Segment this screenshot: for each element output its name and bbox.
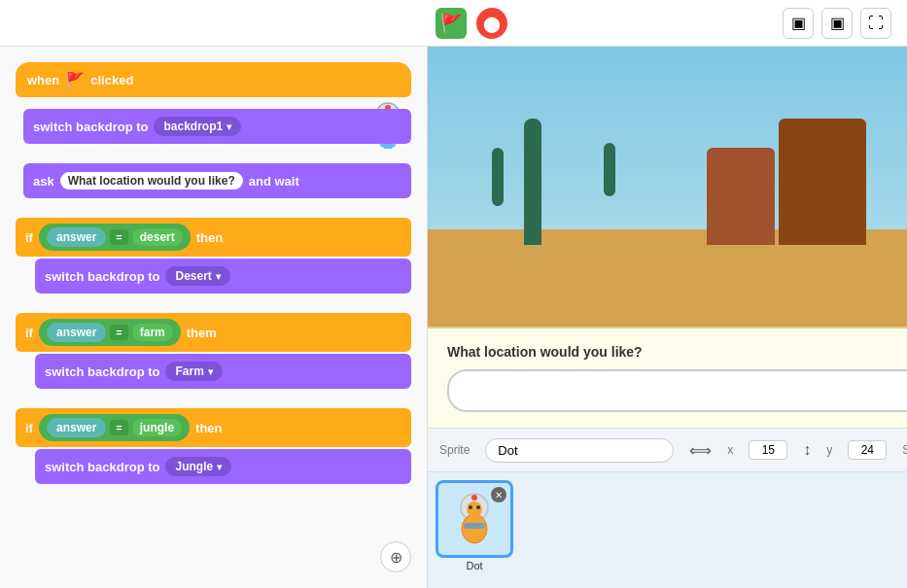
sprites-panel: ✕ Dot (428, 472, 907, 588)
clicked-label: clicked (90, 73, 133, 87)
condition-3: answer = jungle (39, 414, 190, 441)
dropdown-chevron-3: ▾ (208, 366, 213, 377)
fullscreen-button[interactable]: ⛶ (860, 8, 891, 39)
stage-panel: What location would you like? ✓ Sprite ⟺… (428, 47, 907, 588)
show-label: Show (902, 443, 907, 457)
sprite-info-bar: Sprite ⟺ x 15 ↕ y 24 Show 👁 🚫 Size 100 D… (428, 428, 907, 471)
dropdown-chevron-1: ▾ (227, 121, 231, 132)
equals-3: = (110, 420, 127, 435)
then-label-2: them (187, 326, 217, 340)
svg-point-30 (476, 505, 480, 509)
y-label: y (826, 443, 832, 457)
switch-backdrop-label-1: switch backdrop to (33, 120, 148, 134)
ask-question-input: What location would you like? (60, 172, 243, 190)
condition-2: answer = farm (39, 319, 181, 346)
ask-label: ask (33, 174, 54, 189)
equals-1: = (110, 229, 127, 245)
backdrop1-dropdown[interactable]: backdrop1 ▾ (154, 117, 241, 136)
svg-rect-27 (464, 523, 485, 529)
answer-label-3: answer (47, 418, 106, 437)
red-stop-button[interactable]: ⬤ (476, 8, 507, 39)
switch-backdrop-label-4: switch backdrop to (45, 460, 159, 474)
green-flag-icon: 🚩 (440, 13, 462, 34)
sprite-name-input[interactable] (485, 438, 674, 463)
then-label-3: then (195, 421, 222, 435)
zoom-button[interactable]: ⊕ (380, 541, 411, 572)
if-block-3[interactable]: if answer = jungle then (16, 408, 411, 447)
desert-value: desert (132, 228, 183, 246)
answer-label-1: answer (47, 227, 106, 247)
question-input[interactable] (461, 383, 907, 398)
switch-backdrop-farm[interactable]: switch backdrop to Farm ▾ (35, 354, 411, 389)
sprite-name-label: Dot (436, 560, 513, 571)
sprite-x-button[interactable]: ✕ (491, 487, 506, 502)
switch-backdrop-jungle[interactable]: switch backdrop to Jungle ▾ (35, 449, 411, 484)
jungle-value: jungle (132, 419, 182, 436)
layout-button-2[interactable]: ▣ (821, 8, 853, 39)
y-value-box: 24 (848, 440, 887, 460)
switch-backdrop-label-2: switch backdrop to (45, 269, 159, 284)
y-icon: ↕ (803, 441, 811, 459)
question-text: What location would you like? (447, 344, 907, 360)
stage-area: What location would you like? ✓ (428, 47, 907, 428)
switch-backdrop-block-1[interactable]: switch backdrop to backdrop1 ▾ (23, 109, 411, 144)
sprite-item-dot[interactable]: ✕ Dot (436, 480, 513, 571)
red-stop-icon: ⬤ (483, 15, 501, 33)
x-label: x (727, 443, 733, 457)
svg-point-31 (471, 495, 477, 501)
when-label: when (27, 73, 59, 87)
question-overlay: What location would you like? ✓ (428, 327, 907, 428)
if-label-1: if (25, 230, 33, 245)
if-label-2: if (25, 326, 33, 340)
x-icon: ⟺ (689, 441, 712, 460)
dropdown-chevron-2: ▾ (216, 271, 221, 282)
if-block-2[interactable]: if answer = farm them (16, 313, 411, 352)
green-flag-button[interactable]: 🚩 (436, 8, 467, 39)
svg-point-28 (467, 502, 482, 517)
if-label-3: if (25, 421, 33, 435)
ask-block[interactable]: ask What location would you like? and wa… (23, 163, 411, 198)
then-label-1: then (196, 230, 223, 245)
green-flag-small-icon: 🚩 (65, 71, 85, 89)
svg-point-29 (469, 505, 472, 509)
equals-2: = (110, 325, 127, 340)
code-panel: when 🚩 clicked switch backdrop to backdr… (0, 47, 428, 588)
dropdown-chevron-4: ▾ (217, 462, 222, 472)
farm-value: farm (132, 324, 173, 341)
condition-1: answer = desert (39, 224, 191, 251)
x-value-box: 15 (749, 440, 787, 460)
if-block-1[interactable]: if answer = desert then (16, 218, 411, 257)
jungle-backdrop-dropdown[interactable]: Jungle ▾ (165, 457, 231, 476)
answer-label-2: answer (47, 323, 106, 342)
layout-button-1[interactable]: ▣ (783, 8, 814, 39)
farm-backdrop-dropdown[interactable]: Farm ▾ (165, 362, 222, 381)
sprite-label: Sprite (439, 443, 470, 457)
switch-backdrop-desert[interactable]: switch backdrop to Desert ▾ (35, 259, 411, 294)
switch-backdrop-label-3: switch backdrop to (45, 364, 159, 379)
and-wait-label: and wait (249, 174, 299, 189)
desert-backdrop-dropdown[interactable]: Desert ▾ (165, 266, 229, 286)
when-clicked-block[interactable]: when 🚩 clicked (16, 62, 411, 97)
